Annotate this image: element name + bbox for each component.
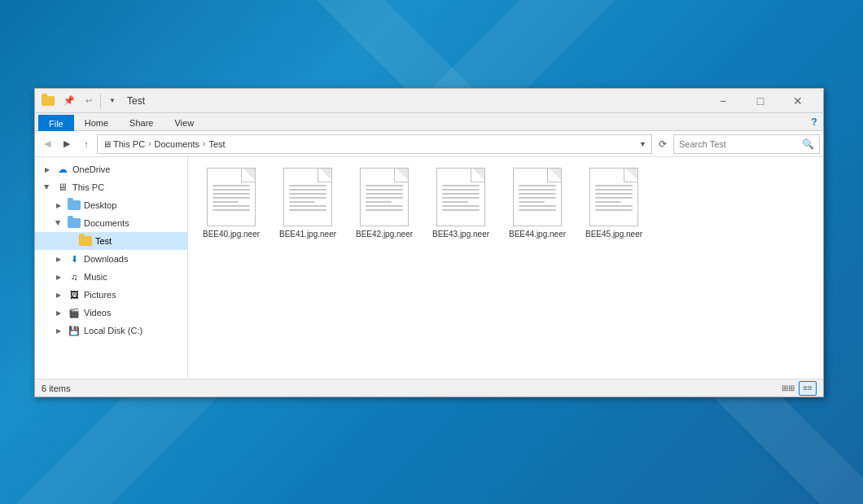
file-label: BEE45.jpg.neer [585,230,642,239]
list-view-button[interactable]: ≡≡ [799,381,817,396]
toolbar-separator [100,94,101,108]
sidebar-item-downloads[interactable]: ▶ ⬇ Downloads [35,250,187,268]
search-icon[interactable]: 🔍 [802,138,814,150]
sidebar-label-desktop: Desktop [84,200,116,210]
sidebar-item-test[interactable]: Test [35,232,187,250]
expand-arrow-downloads: ▶ [53,253,64,265]
window-title: Test [127,95,704,107]
file-icon [207,168,256,226]
up-button[interactable]: ↑ [77,134,95,154]
status-bar: 6 items ⊞⊞ ≡≡ [35,379,823,397]
file-item[interactable]: BEE41.jpg.neer [271,164,344,243]
path-segment-this-pc: 🖥 This PC [103,139,145,149]
expand-arrow-onedrive: ▶ [42,164,53,175]
title-bar: 📌 ↩ ▼ Test − □ ✕ [35,89,823,113]
quick-access-undo[interactable]: ↩ [79,92,99,110]
expand-arrow-desktop: ▶ [53,199,64,211]
expand-arrow-music: ▶ [53,271,64,283]
content-area: ▶ ☁ OneDrive ▶ 🖥 This PC ▶ Des [35,157,823,379]
file-icon [513,168,562,226]
expand-arrow-documents: ▶ [53,217,64,229]
search-box: 🔍 [673,134,820,154]
file-icon [589,168,638,226]
drive-icon: 💾 [68,324,81,337]
path-segment-test: Test [208,139,225,149]
file-icon [436,168,485,226]
explorer-window: 📌 ↩ ▼ Test − □ ✕ File Home Share View ? … [34,88,824,397]
sidebar-label-music: Music [84,272,107,282]
sidebar-label-test: Test [95,236,112,246]
desktop-folder-icon [68,199,81,212]
expand-arrow-pictures: ▶ [53,289,64,300]
sidebar-label-onedrive: OneDrive [72,164,110,174]
file-label: BEE40.jpg.neer [203,230,260,239]
sidebar-item-documents[interactable]: ▶ Documents [35,214,187,232]
sidebar-item-pictures[interactable]: ▶ 🖼 Pictures [35,286,187,304]
sidebar-item-this-pc[interactable]: ▶ 🖥 This PC [35,178,187,196]
file-label: BEE41.jpg.neer [279,230,336,239]
tab-home[interactable]: Home [74,114,119,130]
sidebar-label-local-disk: Local Disk (C:) [84,326,142,335]
tab-share[interactable]: Share [119,114,164,130]
title-buttons: − □ ✕ [704,89,817,113]
quick-access-pin[interactable]: 📌 [59,92,79,110]
test-folder-icon [79,234,92,248]
expand-arrow-this-pc: ▶ [42,182,53,193]
videos-icon: 🎬 [68,306,81,319]
file-label: BEE42.jpg.neer [356,230,413,239]
help-button[interactable]: ? [805,114,823,130]
sidebar-item-desktop[interactable]: ▶ Desktop [35,196,187,214]
sidebar-label-videos: Videos [84,308,111,318]
address-bar: ◀ ▶ ↑ 🖥 This PC › Documents › Test ▼ ⟳ 🔍 [35,131,823,157]
forward-button[interactable]: ▶ [58,134,76,154]
search-input[interactable] [679,139,802,149]
sidebar-label-pictures: Pictures [84,290,116,300]
back-button[interactable]: ◀ [38,134,56,154]
downloads-icon: ⬇ [68,252,81,265]
music-icon: ♫ [68,270,81,283]
refresh-button[interactable]: ⟳ [654,134,672,154]
close-button[interactable]: ✕ [779,89,817,113]
sidebar: ▶ ☁ OneDrive ▶ 🖥 This PC ▶ Des [35,157,188,379]
item-count: 6 items [42,383,779,393]
sidebar-label-downloads: Downloads [84,254,128,264]
view-buttons: ⊞⊞ ≡≡ [779,381,817,396]
tab-view[interactable]: View [164,114,204,130]
file-area: BEE40.jpg.neerBEE41.jpg.neerBEE42.jpg.ne… [188,157,823,379]
file-label: BEE44.jpg.neer [509,230,566,239]
expand-arrow-videos: ▶ [53,307,64,318]
ribbon-tabs: File Home Share View ? [35,113,823,131]
file-item[interactable]: BEE42.jpg.neer [348,164,421,243]
sidebar-item-music[interactable]: ▶ ♫ Music [35,268,187,286]
address-path[interactable]: 🖥 This PC › Documents › Test ▼ [97,134,652,154]
file-item[interactable]: BEE44.jpg.neer [501,164,574,243]
sidebar-label-this-pc: This PC [72,182,104,192]
address-dropdown-arrow[interactable]: ▼ [639,140,646,148]
file-item[interactable]: BEE40.jpg.neer [195,164,268,243]
path-sep-1: › [148,139,151,148]
file-label: BEE43.jpg.neer [432,230,489,239]
expand-arrow-local-disk: ▶ [53,325,64,336]
tab-file[interactable]: File [38,115,74,131]
documents-folder-icon [68,217,81,230]
minimize-button[interactable]: − [704,89,742,113]
onedrive-icon: ☁ [56,163,69,176]
window-folder-icon [42,94,55,107]
maximize-button[interactable]: □ [742,89,779,113]
pictures-icon: 🖼 [68,288,81,301]
sidebar-item-videos[interactable]: ▶ 🎬 Videos [35,304,187,322]
grid-view-button[interactable]: ⊞⊞ [779,381,797,396]
sidebar-item-onedrive[interactable]: ▶ ☁ OneDrive [35,160,187,178]
file-icon [283,168,332,226]
expand-arrow-test [64,235,76,247]
path-sep-2: › [203,139,205,148]
file-item[interactable]: BEE45.jpg.neer [577,164,651,243]
quick-toolbar-dropdown[interactable]: ▼ [103,92,122,110]
sidebar-label-documents: Documents [84,218,129,228]
file-item[interactable]: BEE43.jpg.neer [424,164,497,243]
sidebar-item-local-disk[interactable]: ▶ 💾 Local Disk (C:) [35,322,187,340]
computer-icon: 🖥 [56,181,69,194]
file-icon [360,168,409,226]
path-segment-documents: Documents [154,139,199,149]
